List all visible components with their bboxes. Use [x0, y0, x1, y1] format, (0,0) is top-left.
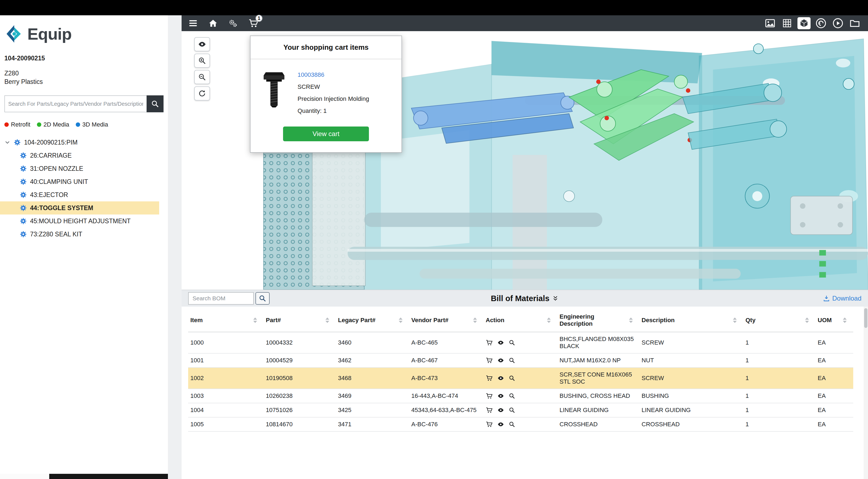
cube-icon — [799, 19, 809, 28]
zoom-in-button[interactable] — [194, 54, 210, 68]
table-row[interactable]: 1005 10814670 3471 A-BC-476 CROSSHEAD CR… — [188, 417, 853, 432]
tree-node-clamping-unit[interactable]: 40:CLAMPING UNIT — [0, 175, 159, 188]
open-file-button[interactable] — [848, 17, 862, 29]
3d-view-button[interactable] — [798, 17, 811, 29]
play-animation-button[interactable] — [831, 17, 844, 29]
eye-icon — [497, 375, 504, 382]
bom-download-link[interactable]: Download — [823, 295, 862, 302]
bom-col-item[interactable]: Item — [188, 309, 264, 332]
tree-node-toggle-system-selected[interactable]: 44:TOGGLE SYSTEM — [0, 201, 159, 214]
sort-caret[interactable] — [399, 317, 407, 323]
cell-description: SCREW — [640, 368, 743, 389]
sidebar-scrollbar[interactable] — [0, 474, 168, 479]
sort-caret[interactable] — [733, 317, 741, 323]
table-view-button[interactable] — [780, 17, 794, 29]
bom-col-vendor-part[interactable]: Vendor Part# — [409, 309, 484, 332]
navbar-right-group — [764, 17, 862, 29]
image-view-button[interactable] — [764, 17, 777, 29]
locate-part-button[interactable] — [509, 407, 515, 413]
row-actions — [486, 339, 553, 346]
bom-header-row: Item Part# Legacy Part# Vendor Part# Act… — [188, 309, 853, 332]
view-part-button[interactable] — [497, 339, 504, 346]
tree-node-root[interactable]: 104-20090215:PIM — [0, 136, 168, 149]
bom-search-button[interactable] — [255, 292, 270, 305]
services-button[interactable] — [228, 18, 238, 28]
bom-scrollbar[interactable] — [864, 307, 868, 479]
bom-col-action[interactable]: Action — [484, 309, 557, 332]
bom-col-part[interactable]: Part# — [264, 309, 336, 332]
table-row[interactable]: 1000 10004332 3460 A-BC-465 BHCS,FLANGED… — [188, 332, 853, 353]
tree-node-seal-kit[interactable]: 73:Z280 SEAL KIT — [0, 228, 159, 241]
view-part-button[interactable] — [497, 375, 504, 382]
locate-part-button[interactable] — [509, 339, 515, 346]
cart-popup-body: 10003886 SCREW Precision Injection Moldi… — [250, 59, 401, 118]
bom-col-label: Engineering Description — [560, 313, 629, 327]
row-actions — [486, 357, 553, 364]
sort-caret[interactable] — [326, 317, 334, 323]
add-to-cart-button[interactable] — [486, 421, 493, 428]
add-to-cart-button[interactable] — [486, 339, 493, 346]
tree-node-open-nozzle[interactable]: 31:OPEN NOZZLE — [0, 162, 159, 175]
view-part-button[interactable] — [497, 407, 504, 414]
legend-2d-media: 2D Media — [37, 121, 69, 128]
sidebar-scrollbar-thumb[interactable] — [49, 474, 168, 479]
brand-logo-icon — [4, 24, 24, 44]
bom-search-input[interactable] — [188, 292, 254, 305]
locate-part-button[interactable] — [509, 375, 515, 381]
locate-part-button[interactable] — [509, 392, 515, 399]
bom-download-label: Download — [832, 295, 862, 302]
bom-col-description[interactable]: Description — [640, 309, 743, 332]
add-to-cart-button[interactable] — [486, 407, 493, 414]
home-button[interactable] — [208, 19, 218, 28]
refresh-view-button[interactable] — [194, 87, 210, 101]
cart-item-part-link[interactable]: 10003886 — [298, 71, 369, 78]
add-to-cart-button[interactable] — [486, 375, 493, 382]
parts-search-input[interactable] — [4, 95, 147, 112]
table-row[interactable]: 1004 10751026 3425 45343,64-633,A-BC-475… — [188, 403, 853, 417]
sort-caret[interactable] — [253, 317, 261, 323]
bom-title-label: Bill of Materials — [491, 294, 549, 303]
view-part-button[interactable] — [497, 421, 504, 428]
cell-legacy: 3462 — [336, 353, 409, 368]
locate-part-button[interactable] — [509, 357, 515, 364]
cart-popup-title: Your shopping cart items — [250, 36, 401, 59]
cart-icon — [486, 375, 493, 382]
table-row[interactable]: 1001 10004529 3462 A-BC-467 NUT,JAM M16X… — [188, 353, 853, 368]
bom-scrollbar-thumb[interactable] — [864, 308, 867, 328]
bom-col-eng-desc[interactable]: Engineering Description — [557, 309, 640, 332]
add-to-cart-button[interactable] — [486, 392, 493, 400]
bom-section: Bill of Materials Download Item — [182, 289, 868, 479]
add-to-cart-button[interactable] — [486, 357, 493, 364]
tree-node-ejector[interactable]: 43:EJECTOR — [0, 188, 159, 201]
locate-part-button[interactable] — [509, 421, 515, 427]
brand-logo[interactable]: Equip — [4, 24, 163, 44]
bom-title[interactable]: Bill of Materials — [491, 294, 559, 303]
cart-icon — [486, 357, 493, 364]
tree-node-carriage[interactable]: 26:CARRIAGE — [0, 149, 159, 162]
view-part-button[interactable] — [497, 392, 504, 400]
sort-caret[interactable] — [547, 317, 555, 323]
bom-col-legacy-part[interactable]: Legacy Part# — [336, 309, 409, 332]
view-part-button[interactable] — [497, 357, 504, 364]
cell-uom: EA — [815, 403, 853, 417]
reset-view-button[interactable] — [814, 17, 828, 29]
sort-caret[interactable] — [629, 317, 637, 323]
table-row[interactable]: 1003 10260238 3469 16-443,A-BC-474 BUSHI… — [188, 389, 853, 403]
view-cart-button[interactable]: View cart — [283, 127, 369, 141]
tree-node-mould-height-adjustment[interactable]: 45:MOULD HEIGHT ADJUSTMENT — [0, 214, 159, 228]
sort-caret[interactable] — [843, 317, 851, 323]
table-row-highlighted[interactable]: 1002 10190508 3468 A-BC-473 SCR,SET CONE… — [188, 368, 853, 389]
sort-caret[interactable] — [805, 317, 813, 323]
cart-button[interactable]: 1 — [248, 18, 259, 28]
zoom-out-button[interactable] — [194, 70, 210, 84]
toggle-visibility-button[interactable] — [194, 37, 210, 52]
bom-col-qty[interactable]: Qty — [743, 309, 815, 332]
bom-table-wrap: Item Part# Legacy Part# Vendor Part# Act… — [182, 307, 868, 479]
parts-search-button[interactable] — [147, 95, 163, 112]
menu-button[interactable] — [188, 18, 198, 28]
sort-caret[interactable] — [473, 317, 481, 323]
bom-col-uom[interactable]: UOM — [815, 309, 853, 332]
bom-header-bar: Bill of Materials Download — [182, 289, 868, 307]
chevron-down-icon[interactable] — [4, 139, 10, 145]
legend-2d-label: 2D Media — [43, 121, 69, 128]
